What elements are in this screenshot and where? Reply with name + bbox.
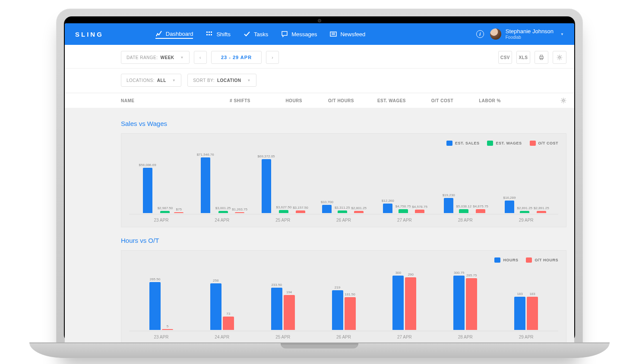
bar-rect (174, 212, 183, 213)
sort-select[interactable]: SORT BY: LOCATION ▼ (187, 74, 256, 87)
bar-label: 183 (517, 292, 522, 296)
bar-label: $1,263.75 (232, 207, 247, 211)
bar: 73 (223, 312, 234, 330)
bar-rect (332, 290, 343, 330)
shifts-icon (206, 31, 213, 38)
next-range-button[interactable]: › (266, 51, 279, 64)
x-tick: 28 APR (435, 218, 496, 223)
bar-rect (235, 212, 244, 213)
screen-bezel: SLING Dashboard Shifts Tasks Messages (64, 16, 575, 342)
current-range[interactable]: 23 - 29 APR (211, 51, 262, 64)
x-tick: 26 APR (313, 335, 374, 339)
bar-label: $4,875.75 (473, 204, 488, 208)
nav-shifts[interactable]: Shifts (206, 31, 231, 38)
bar-label: $16,289 (503, 196, 516, 200)
bar-rect (218, 211, 228, 213)
bar: $4,875.75 (473, 204, 488, 213)
bar-rect (453, 276, 465, 330)
legend-sales: EST. SALES (446, 141, 480, 146)
col-hours: HOURS (250, 98, 302, 103)
user-menu[interactable]: Stephanie Johnson Foodlab ▼ (490, 28, 564, 40)
bar-group: 265.505 (131, 277, 192, 330)
x-tick: 23 APR (131, 218, 192, 223)
bar-rect (466, 278, 477, 330)
nav-tasks[interactable]: Tasks (244, 31, 268, 38)
settings-button[interactable] (553, 51, 566, 64)
bar: $3,157.50 (293, 206, 308, 213)
bar-rect (527, 297, 538, 330)
export-csv-button[interactable]: CSV (498, 51, 512, 64)
bar-group: 300.75285.75 (435, 271, 496, 330)
x-tick: 26 APR (313, 218, 374, 223)
user-company: Foodlab (506, 35, 554, 40)
bar-group: $12,260$4,758.75$4,578.75 (374, 199, 435, 213)
bar-rect (354, 211, 364, 213)
brand-logo: SLING (75, 31, 104, 38)
bar-label: $2,987.50 (158, 206, 173, 210)
gear-icon (557, 54, 563, 60)
bar-label: $4,758.75 (395, 204, 411, 208)
bar-rect (322, 205, 332, 213)
bar-rect (520, 211, 529, 213)
locations-select[interactable]: LOCATIONS: ALL ▼ (121, 74, 181, 87)
bar: $4,758.75 (395, 204, 411, 213)
laptop-frame: SLING Dashboard Shifts Tasks Messages (56, 9, 583, 358)
locations-value: ALL (157, 78, 166, 83)
bar: $3,627.50 (276, 205, 292, 213)
bar-label: $75 (176, 207, 182, 211)
x-tick: 28 APR (435, 335, 496, 339)
bar: 194 (284, 290, 295, 330)
tasks-icon (244, 31, 250, 38)
bar-label: $3,311.25 (335, 206, 350, 210)
bar-rect (162, 329, 173, 330)
nav-dashboard[interactable]: Dashboard (155, 30, 193, 39)
bar-rect (284, 295, 295, 330)
chevron-down-icon: ▼ (247, 78, 250, 82)
x-tick: 27 APR (374, 218, 435, 223)
bar: 265.50 (149, 277, 161, 330)
sort-label: SORT BY: (193, 78, 215, 83)
print-button[interactable] (535, 51, 548, 64)
bar-label: 300 (395, 271, 401, 275)
export-xls-button[interactable]: XLS (516, 51, 530, 64)
table-header: NAME # SHIFTS HOURS O/T HOURS EST. WAGES… (65, 93, 574, 108)
legend-ot: O/T COST (530, 141, 559, 146)
chart-sales-xaxis: 23 APR24 APR25 APR26 APR27 APR28 APR29 A… (129, 214, 558, 223)
app-screen: SLING Dashboard Shifts Tasks Messages (65, 23, 574, 342)
bar-rect (392, 276, 404, 330)
bar: 300.75 (453, 271, 465, 330)
bar-label: 233.50 (271, 283, 282, 287)
bar-group: 183183 (496, 292, 557, 330)
bar: $10,700 (321, 200, 333, 213)
legend-wages: EST. WAGES (487, 141, 522, 146)
bar-rect (399, 209, 408, 213)
date-range-value: WEEK (161, 55, 174, 60)
bar-group: 300290 (374, 271, 435, 330)
x-tick: 24 APR (192, 335, 253, 339)
chevron-down-icon: ▼ (560, 32, 564, 36)
messages-icon (281, 31, 288, 38)
bar: 300 (392, 271, 404, 330)
legend-hours: HOURS (494, 257, 518, 263)
col-ot: O/T HOURS (302, 98, 354, 103)
gear-icon[interactable] (560, 97, 566, 104)
bar-label: 265.50 (150, 277, 160, 281)
nav-dashboard-label: Dashboard (166, 31, 193, 37)
sort-value: LOCATION (217, 78, 241, 83)
newsfeed-icon (330, 31, 337, 38)
bar-label: 285.75 (466, 273, 477, 277)
nav-newsfeed[interactable]: Newsfeed (330, 31, 365, 38)
svg-rect-11 (540, 58, 542, 60)
bar: 181.50 (345, 292, 356, 330)
bar-rect (149, 282, 161, 330)
nav-messages[interactable]: Messages (281, 31, 317, 38)
x-tick: 29 APR (496, 218, 557, 223)
bar: $5,038.12 (456, 204, 472, 213)
bar-label: $58,086.69 (139, 163, 156, 167)
date-range-select[interactable]: DATE RANGE: WEEK ▼ (121, 51, 190, 64)
info-icon[interactable]: i (476, 30, 484, 38)
prev-range-button[interactable]: ‹ (194, 51, 207, 64)
bar: $2,801.25 (351, 206, 367, 213)
bar-rect (296, 210, 305, 213)
x-tick: 25 APR (253, 335, 313, 339)
